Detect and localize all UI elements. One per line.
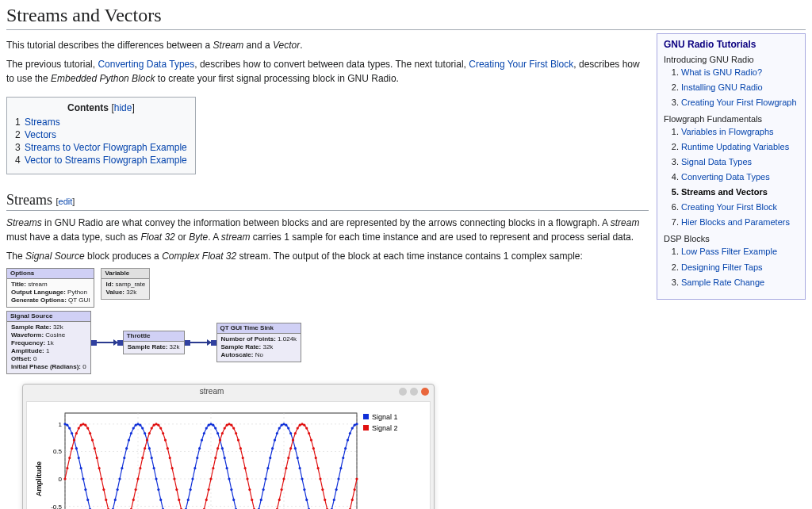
- svg-point-198: [169, 457, 171, 459]
- svg-point-188: [146, 438, 148, 441]
- svg-rect-283: [363, 425, 369, 431]
- edit-section-link[interactable]: edit: [59, 197, 73, 206]
- block-param: Initial Phase (Radians): 0: [11, 363, 86, 371]
- text: The: [6, 251, 25, 262]
- toc-link[interactable]: Vectors: [25, 129, 56, 140]
- svg-point-194: [159, 427, 162, 429]
- svg-point-97: [232, 499, 235, 501]
- nav-link[interactable]: Designing Filter Taps: [681, 262, 763, 272]
- nav-item[interactable]: Signal Data Types: [681, 155, 799, 169]
- nav-link[interactable]: Sample Rate Change: [681, 277, 764, 287]
- arrow-icon: [190, 342, 211, 343]
- toc-item: 1 Streams: [15, 117, 187, 128]
- svg-point-47: [118, 477, 121, 480]
- flowgraph-diagram: Options Title: streamOutput Language: Py…: [6, 268, 649, 374]
- svg-point-112: [266, 467, 269, 469]
- nav-item[interactable]: Sample Rate Change: [681, 276, 799, 289]
- svg-point-51: [128, 438, 130, 441]
- text: .: [300, 40, 302, 51]
- nav-item[interactable]: Designing Filter Taps: [681, 261, 799, 274]
- svg-point-147: [347, 438, 349, 441]
- nav-item[interactable]: Streams and Vectors: [681, 186, 799, 199]
- svg-point-148: [349, 432, 351, 434]
- maximize-icon[interactable]: [410, 388, 418, 396]
- link-prev-tutorial[interactable]: Converting Data Types: [98, 59, 194, 70]
- svg-point-191: [153, 424, 155, 427]
- link-next-tutorial[interactable]: Creating Your First Block: [469, 59, 573, 70]
- text: to create your first signal processing b…: [155, 73, 398, 84]
- block-param: Sample Rate: 32k: [128, 343, 180, 351]
- svg-point-32: [84, 488, 86, 491]
- em: Byte: [189, 232, 208, 243]
- svg-point-78: [190, 488, 192, 491]
- svg-point-60: [148, 447, 151, 450]
- nav-link[interactable]: What is GNU Radio?: [681, 67, 762, 77]
- block-param: Value: 32k: [105, 289, 145, 297]
- svg-point-84: [203, 432, 205, 434]
- nav-item[interactable]: Variables in Flowgraphs: [681, 125, 799, 139]
- arrow-icon: [97, 342, 117, 343]
- nav-link[interactable]: Converting Data Types: [681, 172, 770, 182]
- nav-link[interactable]: Runtime Updating Variables: [681, 142, 789, 151]
- toc-link[interactable]: Streams: [25, 117, 60, 128]
- em: Streams: [6, 217, 42, 228]
- nav-link[interactable]: Low Pass Filter Example: [681, 247, 777, 256]
- block-param: Sample Rate: 32k: [11, 323, 86, 331]
- svg-point-221: [221, 432, 224, 434]
- svg-text:Amplitude: Amplitude: [35, 461, 43, 496]
- nav-item[interactable]: Installing GNU Radio: [681, 81, 799, 94]
- svg-point-146: [344, 447, 347, 450]
- svg-point-53: [132, 427, 135, 429]
- minimize-icon[interactable]: [399, 388, 407, 396]
- svg-point-255: [299, 424, 301, 427]
- svg-point-61: [151, 457, 153, 459]
- svg-point-58: [144, 432, 146, 434]
- svg-point-263: [317, 467, 320, 469]
- svg-point-46: [117, 488, 119, 491]
- nav-group-heading: DSP Blocks: [664, 234, 799, 243]
- toc-hide-link[interactable]: hide: [114, 102, 132, 113]
- svg-point-278: [351, 499, 354, 501]
- svg-point-145: [342, 457, 344, 459]
- nav-item[interactable]: Low Pass Filter Example: [681, 245, 799, 258]
- svg-point-95: [228, 477, 230, 480]
- svg-point-153: [66, 467, 68, 469]
- nav-link[interactable]: Creating Your First Flowgraph: [681, 98, 797, 107]
- nav-link[interactable]: Creating Your First Block: [681, 202, 777, 212]
- svg-point-115: [274, 438, 276, 441]
- plot-window: stream 01234-1-0.500.51Time (ms)Amplitud…: [22, 384, 435, 509]
- svg-point-161: [84, 424, 86, 427]
- svg-point-48: [121, 467, 123, 469]
- nav-item[interactable]: Converting Data Types: [681, 170, 799, 184]
- block-param: Amplitude: 1: [11, 347, 86, 355]
- nav-item[interactable]: Creating Your First Flowgraph: [681, 96, 799, 109]
- nav-item[interactable]: Creating Your First Block: [681, 201, 799, 214]
- svg-text:0.5: 0.5: [53, 448, 63, 455]
- svg-point-262: [315, 457, 317, 459]
- nav-link[interactable]: Installing GNU Radio: [681, 82, 763, 92]
- nav-item[interactable]: Runtime Updating Variables: [681, 140, 799, 154]
- svg-point-248: [282, 477, 285, 480]
- svg-point-190: [151, 427, 153, 429]
- toc-link[interactable]: Vector to Streams Flowgraph Example: [25, 155, 187, 166]
- svg-point-187: [144, 447, 146, 450]
- svg-point-265: [321, 488, 324, 491]
- text: The previous tutorial,: [6, 59, 98, 70]
- svg-point-33: [86, 499, 89, 501]
- svg-point-57: [141, 427, 144, 429]
- text: . A: [208, 232, 221, 243]
- nav-link[interactable]: Hier Blocks and Parameters: [681, 217, 790, 227]
- block-param: Waveform: Cosine: [11, 331, 86, 339]
- nav-item[interactable]: Hier Blocks and Parameters: [681, 216, 799, 229]
- nav-link[interactable]: Signal Data Types: [681, 157, 752, 166]
- svg-point-164: [91, 438, 94, 441]
- svg-point-23: [63, 423, 66, 425]
- toc-link[interactable]: Streams to Vector Flowgraph Example: [25, 142, 187, 153]
- close-icon[interactable]: [421, 388, 429, 396]
- svg-point-149: [351, 427, 354, 429]
- svg-point-264: [319, 477, 321, 480]
- nav-item[interactable]: What is GNU Radio?: [681, 66, 799, 79]
- svg-point-256: [301, 423, 303, 425]
- svg-point-165: [94, 447, 96, 450]
- nav-link[interactable]: Variables in Flowgraphs: [681, 127, 774, 136]
